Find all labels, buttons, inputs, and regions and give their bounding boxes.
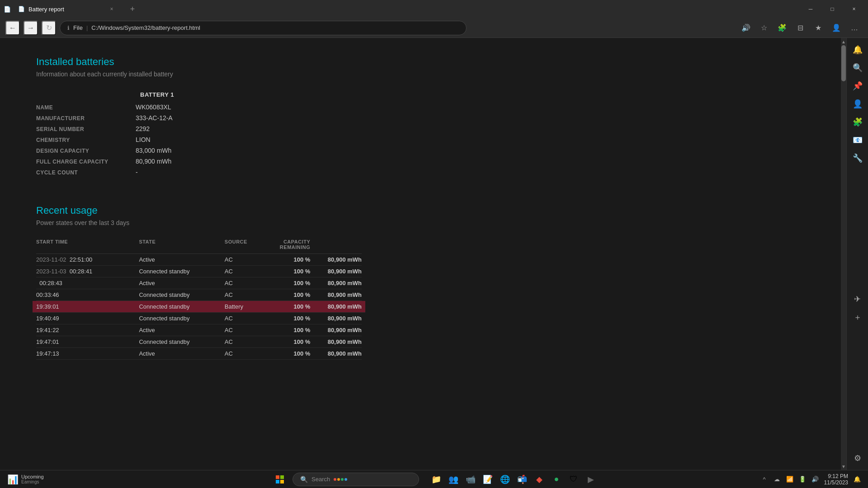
clock-date: 11/5/2023 (824, 479, 848, 486)
active-tab[interactable]: 📄 Battery report × (13, 1, 121, 17)
mwh-1: 80,900 mWh (310, 268, 362, 275)
state-5: Connected standby (139, 315, 224, 322)
page-scrollbar[interactable]: ▲ ▼ (841, 38, 846, 470)
dot-red (334, 478, 336, 481)
refresh-button[interactable]: ↻ (42, 21, 56, 35)
close-button[interactable]: × (844, 2, 864, 16)
dot-green (341, 478, 344, 481)
starttime-4: 19:39:01 (36, 303, 139, 310)
scroll-down-button[interactable]: ▼ (841, 463, 846, 470)
upcoming-app-title: Upcoming (21, 474, 44, 479)
usage-row-3: 00:33:46 Connected standby AC 100 % 80,9… (36, 289, 362, 301)
split-view-icon[interactable]: ⊟ (792, 20, 808, 36)
taskbar-app-red[interactable]: ◆ (531, 471, 547, 488)
start-button[interactable] (269, 471, 291, 488)
starttime-6: 19:41:22 (36, 327, 139, 333)
col-header-mwh (310, 239, 362, 250)
maximize-button[interactable]: □ (822, 2, 843, 16)
taskbar-app-shield[interactable]: 🛡 (566, 471, 582, 488)
label-full-charge: FULL CHARGE CAPACITY (36, 159, 136, 165)
tray-cloud-icon[interactable]: ☁ (772, 474, 783, 485)
address-input[interactable]: ℹ File | C:/Windows/System32/battery-rep… (60, 21, 467, 35)
taskbar-app-terminal[interactable]: ▶ (583, 471, 599, 488)
sidebar-notifications-icon[interactable]: 🔔 (849, 42, 866, 58)
sidebar-extensions-icon[interactable]: 🧩 (849, 114, 866, 130)
more-button[interactable]: … (846, 20, 863, 36)
battery-row-design-capacity: DESIGN CAPACITY 83,000 mWh (36, 145, 307, 156)
search-dots (334, 478, 347, 481)
battery-header: BATTERY 1 (36, 89, 307, 102)
recent-usage-title: Recent usage (36, 205, 805, 216)
tray-notification-icon[interactable]: 🔔 (852, 474, 863, 485)
battery-table: BATTERY 1 NAME WK06083XL MANUFACTURER 33… (36, 89, 307, 178)
upcoming-earnings-text: Upcoming Earnings (21, 474, 44, 484)
taskbar-app-mail[interactable]: 📬 (514, 471, 530, 488)
sidebar-outlook-icon[interactable]: 📧 (849, 132, 866, 148)
upcoming-earnings-app[interactable]: 📊 Upcoming Earnings (4, 471, 47, 488)
title-bar: 📄 📄 Battery report × + ─ □ × (0, 0, 868, 18)
extensions-icon[interactable]: 🧩 (774, 20, 790, 36)
sidebar-add-icon[interactable]: ＋ (849, 309, 866, 325)
upcoming-app-subtitle: Earnings (21, 479, 44, 484)
taskbar-app-file-explorer[interactable]: 📁 (428, 471, 444, 488)
taskbar-app-teams[interactable]: 👥 (445, 471, 462, 488)
value-design-capacity: 83,000 mWh (136, 147, 171, 154)
starttime-5: 19:40:49 (36, 315, 139, 322)
usage-header: START TIME STATE SOURCE CAPACITY REMAINI… (36, 237, 362, 254)
source-5: AC (225, 315, 268, 322)
main-content: Installed batteries Information about ea… (0, 38, 841, 470)
minimize-button[interactable]: ─ (800, 2, 821, 16)
tray-speaker-icon[interactable]: 🔊 (810, 474, 821, 485)
svg-rect-1 (280, 475, 284, 479)
tab-icon-1: 📄 (4, 6, 11, 13)
clock[interactable]: 9:12 PM 11/5/2023 (822, 473, 850, 486)
capacity-2: 100 % (268, 280, 311, 286)
svg-rect-3 (280, 480, 284, 483)
taskbar-right: ^ ☁ 📶 🔋 🔊 9:12 PM 11/5/2023 🔔 (754, 473, 868, 486)
sidebar-search-icon[interactable]: 🔍 (849, 60, 866, 76)
usage-row-4: 19:39:01 Connected standby Battery 100 %… (33, 301, 365, 313)
capacity-1: 100 % (268, 268, 311, 275)
collections-icon[interactable]: ★ (810, 20, 826, 36)
new-tab-button[interactable]: + (125, 1, 140, 17)
sidebar-settings-icon[interactable]: ⚙ (849, 450, 866, 466)
mwh-7: 80,900 mWh (310, 338, 362, 345)
state-8: Active (139, 350, 224, 357)
recent-usage-subtitle: Power states over the last 3 days (36, 219, 805, 226)
usage-row-5: 19:40:49 Connected standby AC 100 % 80,9… (36, 313, 362, 324)
back-button[interactable]: ← (5, 21, 20, 35)
tray-battery-icon[interactable]: 🔋 (797, 474, 808, 485)
taskbar-app-edge[interactable]: 🌐 (497, 471, 513, 488)
read-aloud-icon[interactable]: 🔊 (738, 20, 754, 36)
sidebar-send-icon[interactable]: ✈ (849, 291, 866, 307)
dot-orange (337, 478, 340, 481)
sidebar-profile-icon[interactable]: 👤 (849, 96, 866, 112)
value-full-charge: 80,900 mWh (136, 158, 171, 165)
favorites-icon[interactable]: ☆ (756, 20, 772, 36)
taskbar-app-video[interactable]: 📹 (462, 471, 479, 488)
sidebar-pin-icon[interactable]: 📌 (849, 78, 866, 94)
installed-batteries-section: Installed batteries Information about ea… (36, 56, 805, 178)
tab-close-button[interactable]: × (108, 5, 116, 13)
scroll-track (841, 45, 846, 463)
mwh-2: 80,900 mWh (310, 280, 362, 286)
value-cycle: - (136, 169, 138, 176)
taskbar-app-notes[interactable]: 📝 (480, 471, 496, 488)
browser-chrome: 📄 📄 Battery report × + ─ □ × ← → ↻ ℹ Fil… (0, 0, 868, 38)
value-manufacturer: 333-AC-12-A (136, 114, 173, 122)
battery-row-full-charge: FULL CHARGE CAPACITY 80,900 mWh (36, 156, 307, 167)
profile-icon[interactable]: 👤 (828, 20, 844, 36)
state-0: Active (139, 256, 224, 263)
scroll-up-button[interactable]: ▲ (841, 38, 846, 45)
capacity-3: 100 % (268, 291, 311, 298)
sidebar-tools-icon[interactable]: 🔧 (849, 150, 866, 166)
source-7: AC (225, 338, 268, 345)
taskbar-app-green[interactable]: ● (548, 471, 565, 488)
search-box[interactable]: 🔍 Search (292, 473, 419, 486)
source-2: AC (225, 280, 268, 286)
forward-button[interactable]: → (24, 21, 38, 35)
scroll-thumb[interactable] (841, 45, 846, 81)
tray-wifi-icon[interactable]: 📶 (784, 474, 795, 485)
taskbar-left: 📊 Upcoming Earnings (0, 471, 51, 488)
tray-chevron-icon[interactable]: ^ (759, 474, 770, 485)
